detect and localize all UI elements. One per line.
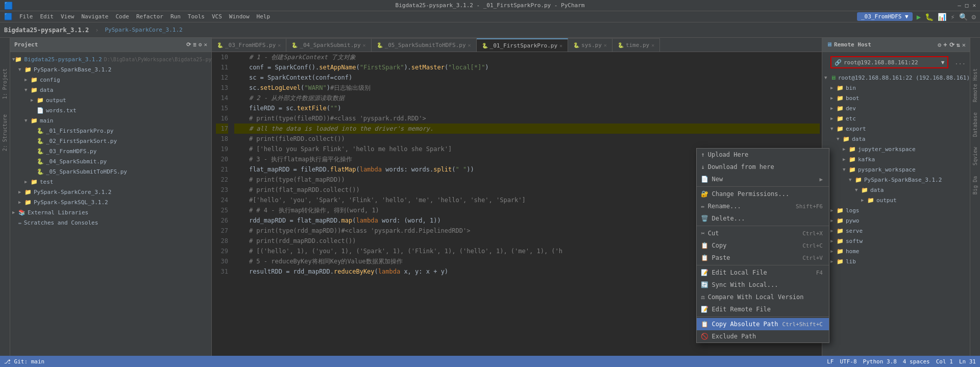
settings-icon[interactable]: ⚙ (938, 41, 941, 48)
collapse-icon[interactable]: ≡ (193, 41, 197, 48)
remote-serve[interactable]: ▶ 📁 serve (822, 226, 970, 236)
tree-item-02firstsparksort[interactable]: ▶ 🐍 _02_FirstSparkSort.py (10, 136, 211, 146)
tree-item-05sparksubmittohdfs[interactable]: ▶ 🐍 _05_SparkSubmitToHDFS.py (10, 166, 211, 177)
tree-item-01firstsparkpro[interactable]: ▶ 🐍 _01_FirstSparkPro.py (10, 126, 211, 136)
tree-item-sparksql[interactable]: ▶ 📁 PySpark-SparkSQL_3.1.2 (10, 197, 211, 207)
remote-softw[interactable]: ▶ 📁 softw (822, 236, 970, 246)
tab-close-icon[interactable]: ✕ (468, 42, 471, 48)
tab-05sparksubmittohdfs[interactable]: 🐍 _05_SparkSubmitToHDFS.py ✕ (372, 38, 477, 52)
remote-server-root[interactable]: ▼ 🖥 root@192.168.88.161:22 (192.168.88.1… (822, 72, 970, 83)
panel-header-icons[interactable]: ⟳ ≡ ⚙ ✕ (186, 41, 207, 48)
tree-item-04sparksubmit[interactable]: ▶ 🐍 _04_SparkSubmit.py (10, 156, 211, 166)
tab-close-icon[interactable]: ✕ (559, 43, 562, 48)
tree-item-output[interactable]: ▶ 📁 output (10, 95, 211, 105)
run-button[interactable]: ▶ (917, 13, 921, 21)
ctx-copy-absolute-path[interactable]: 📋 Copy Absolute Path Ctrl+Shift+C (697, 318, 829, 330)
ctx-upload-here[interactable]: ↑ Upload Here (697, 149, 829, 161)
tree-item-scratches[interactable]: ▶ ✏️ Scratches and Consoles (10, 217, 211, 228)
ctx-compare-local[interactable]: ⚖️ Compare With Local Version (697, 291, 829, 303)
structure-strip-label[interactable]: 2: Structure (2, 114, 8, 151)
menu-view[interactable]: View (61, 13, 75, 20)
minimize-button[interactable]: — (958, 2, 961, 9)
remote-lib[interactable]: ▶ 📁 lib (822, 256, 970, 266)
python-version-status[interactable]: Python 3.8 (863, 358, 897, 365)
tree-item-sparkcore[interactable]: ▶ 📁 PySpark-SparkCore_3.1.2 (10, 187, 211, 197)
remote-pyspark-workspace[interactable]: ▼ 📁 pyspark_workspace (822, 164, 970, 175)
menu-file[interactable]: File (19, 13, 33, 20)
ctx-rename[interactable]: ✏️ Rename... Shift+F6 (697, 200, 829, 212)
tree-item-wordstxt[interactable]: ▶ 📄 words.txt (10, 105, 211, 115)
remote-dev[interactable]: ▶ 📁 dev (822, 103, 970, 113)
indent-status[interactable]: 4 spaces (903, 358, 930, 365)
tab-close-icon[interactable]: ✕ (604, 42, 607, 48)
tree-item-config[interactable]: ▶ 📁 config (10, 75, 211, 85)
menu-run[interactable]: Run (170, 13, 181, 20)
more-options-icon[interactable]: ... (954, 59, 966, 66)
encoding-status[interactable]: UTF-8 (840, 358, 856, 365)
tree-item-external-libraries[interactable]: ▶ 📚 External Libraries (10, 207, 211, 217)
add-icon[interactable]: + (943, 41, 947, 48)
remote-export[interactable]: ▼ 📁 export (822, 124, 970, 134)
close-button[interactable]: ✕ (972, 2, 976, 9)
tab-close-icon[interactable]: ✕ (278, 42, 281, 48)
ctx-exclude-path[interactable]: 🚫 Exclude Path (697, 330, 829, 342)
menu-tools[interactable]: Tools (188, 13, 205, 20)
remote-export-data[interactable]: ▼ 📁 data (822, 134, 970, 144)
remote-logs[interactable]: ▶ 📁 logs (822, 205, 970, 215)
server-dropdown[interactable]: 🔗 root@192.168.88.161:22 ▼ (830, 56, 948, 68)
remote-sparkbase-data[interactable]: ▼ 📁 data (822, 185, 970, 195)
tab-04sparksubmit[interactable]: 🐍 _04_SparkSubmit.py ✕ (286, 38, 371, 52)
tree-item-03fromhdfs[interactable]: ▶ 🐍 _03_FromHDFS.py (10, 146, 211, 156)
remote-jupyter[interactable]: ▶ 📁 jupyter_workspace (822, 144, 970, 154)
remote-kafka[interactable]: ▶ 📁 kafka (822, 154, 970, 164)
remote-bin[interactable]: ▶ 📁 bin (822, 83, 970, 93)
tab-03fromhdfs[interactable]: 🐍 _03_FromHDFS.py ✕ (212, 38, 286, 52)
database-strip-label[interactable]: Database (972, 112, 978, 137)
ctx-change-permissions[interactable]: 🔐 Change Permissions... (697, 188, 829, 200)
menu-window[interactable]: Window (229, 13, 250, 20)
window-controls[interactable]: — □ ✕ (958, 2, 976, 9)
remote-etc[interactable]: ▶ 📁 etc (822, 113, 970, 124)
sqview-strip-label[interactable]: Sqview (972, 147, 978, 165)
tree-item-sparkbase[interactable]: ▼ 📁 PySpark-SparkBase_3.1.2 (10, 64, 211, 75)
run-config-dropdown[interactable]: _03_FromHDFS ▼ (857, 12, 913, 21)
remote-home[interactable]: ▶ 📁 home (822, 246, 970, 256)
close-icon[interactable]: ✕ (962, 41, 966, 48)
ctx-copy[interactable]: 📋 Copy Ctrl+C (697, 239, 829, 252)
coverage-button[interactable]: 📊 (938, 13, 946, 21)
ctx-paste[interactable]: 📋 Paste Ctrl+V (697, 252, 829, 264)
tab-01firstsparkpro[interactable]: 🐍 _01_FirstSparkPro.py ✕ (477, 38, 568, 52)
sync-icon[interactable]: ⟳ (186, 41, 191, 48)
line-status[interactable]: Ln 31 (959, 358, 976, 365)
ctx-edit-local-file[interactable]: 📝 Edit Local File F4 (697, 266, 829, 279)
tab-close-icon[interactable]: ✕ (363, 42, 366, 48)
ctx-new[interactable]: 📄 New ▶ (697, 173, 829, 185)
menu-navigate[interactable]: Navigate (82, 13, 109, 20)
debug-button[interactable]: 🐛 (925, 13, 934, 21)
profile-button[interactable]: ⚡ (950, 13, 954, 21)
tab-time[interactable]: 🐍 time.py ✕ (612, 38, 660, 52)
sync-icon[interactable]: ⇅ (957, 41, 960, 48)
tab-sys[interactable]: 🐍 sys.py ✕ (568, 38, 612, 52)
ctx-cut[interactable]: ✂️ Cut Ctrl+X (697, 227, 829, 239)
ctx-download-from-here[interactable]: ↓ Download from here (697, 161, 829, 173)
remote-sparkbase[interactable]: ▼ 📁 PySpark-SparkBase_3.1.2 (822, 175, 970, 185)
menu-vcs[interactable]: VCS (212, 13, 222, 20)
menu-edit[interactable]: Edit (40, 13, 54, 20)
refresh-icon[interactable]: ⟳ (949, 41, 954, 48)
maximize-button[interactable]: □ (965, 2, 969, 9)
ctx-sync-with-local[interactable]: 🔄 Sync With Local... (697, 279, 829, 291)
menu-refactor[interactable]: Refactor (136, 13, 163, 20)
project-strip-label[interactable]: 1: Project (2, 68, 8, 99)
bigda-strip-label[interactable]: Big Da (972, 176, 978, 194)
tree-item-test[interactable]: ▶ 📁 test (10, 177, 211, 187)
ctx-edit-remote-file[interactable]: 📝 Edit Remote File (697, 303, 829, 315)
menu-code[interactable]: Code (115, 13, 129, 20)
line-ending-status[interactable]: LF (827, 358, 834, 365)
menu-bar[interactable]: 🟦 File Edit View Navigate Code Refactor … (0, 11, 980, 22)
remote-host-strip-label[interactable]: Remote Host (972, 68, 978, 102)
tab-close-icon[interactable]: ✕ (651, 42, 654, 48)
find-button[interactable]: 🔍 (959, 13, 968, 21)
remote-boot[interactable]: ▶ 📁 boot (822, 93, 970, 103)
settings-button[interactable]: ⚙ (972, 13, 976, 21)
